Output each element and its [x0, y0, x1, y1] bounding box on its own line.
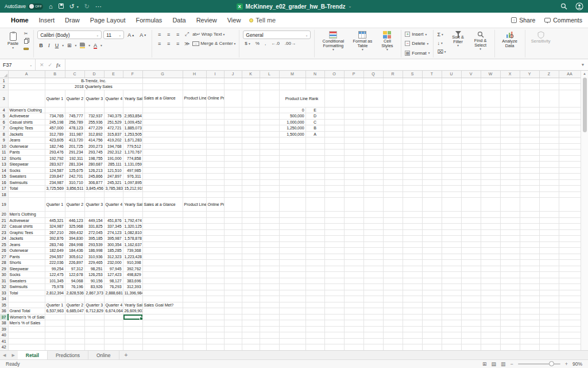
cell-B28[interactable]: 222,036	[45, 260, 65, 266]
cell-L14[interactable]	[260, 167, 279, 174]
sheet-nav-right-icon[interactable]: ▶	[9, 351, 17, 359]
cell-O37[interactable]	[324, 314, 344, 320]
cell-Z11[interactable]	[539, 150, 559, 156]
cell-S40[interactable]	[403, 332, 422, 339]
cell-K8[interactable]	[242, 131, 260, 137]
cell-S16[interactable]	[403, 179, 422, 186]
cell-K6[interactable]	[242, 119, 260, 125]
cell-V22[interactable]	[461, 224, 481, 230]
cell-T15[interactable]	[422, 174, 442, 180]
cell-P6[interactable]	[344, 119, 363, 125]
cell-styles-button[interactable]: Cell Styles▾	[377, 30, 397, 52]
cell-D40[interactable]	[84, 332, 104, 339]
cell-X31[interactable]	[500, 278, 520, 284]
row-header-2[interactable]: 2	[0, 84, 8, 90]
more-commands-icon[interactable]: ⋯	[95, 3, 102, 10]
format-cells-button[interactable]: ▦Format▾	[405, 49, 430, 57]
cell-N7[interactable]: B	[305, 125, 324, 132]
cell-Q29[interactable]	[363, 266, 383, 272]
cell-V29[interactable]	[461, 266, 481, 272]
cell-Q1[interactable]	[363, 78, 383, 84]
column-header-T[interactable]: T	[422, 71, 442, 78]
cell-O15[interactable]	[324, 174, 344, 180]
cell-L32[interactable]	[260, 284, 279, 290]
account-icon[interactable]	[575, 2, 583, 10]
cell-Z39[interactable]	[539, 326, 559, 332]
cell-I22[interactable]	[206, 224, 224, 230]
row-header-37[interactable]: 37	[0, 314, 8, 320]
cell-C31[interactable]: 94,068	[65, 278, 84, 284]
cell-O32[interactable]	[324, 284, 344, 290]
cell-K13[interactable]	[242, 162, 260, 168]
cell-N33[interactable]	[305, 290, 324, 296]
cell-T18[interactable]	[422, 191, 442, 198]
cell-P20[interactable]	[344, 212, 363, 218]
cell-F20[interactable]	[123, 212, 142, 218]
cell-X19[interactable]	[500, 198, 520, 212]
cell-R1[interactable]	[383, 78, 403, 84]
cell-J38[interactable]	[224, 320, 242, 327]
cell-V23[interactable]	[461, 229, 481, 236]
cell-F40[interactable]	[123, 332, 142, 339]
cell-S36[interactable]	[403, 308, 422, 315]
cell-T17[interactable]	[422, 186, 442, 192]
cell-D39[interactable]	[84, 326, 104, 332]
cell-Z3[interactable]	[539, 90, 559, 107]
cell-AA42[interactable]	[559, 344, 581, 351]
cell-L19[interactable]	[260, 198, 279, 212]
cell-Z10[interactable]	[539, 143, 559, 150]
cell-H5[interactable]	[183, 113, 206, 120]
cell-U2[interactable]	[442, 84, 461, 90]
cell-T39[interactable]	[422, 326, 442, 332]
cell-T26[interactable]	[422, 248, 442, 254]
cell-I34[interactable]	[206, 296, 224, 302]
cell-T19[interactable]	[422, 198, 442, 212]
cell-U1[interactable]	[442, 78, 461, 84]
cell-H21[interactable]	[183, 217, 206, 224]
align-top-icon[interactable]: ≡	[156, 32, 163, 37]
cell-Y11[interactable]	[520, 150, 539, 156]
cell-Y1[interactable]	[520, 78, 539, 84]
cell-U13[interactable]	[442, 162, 461, 168]
cell-X37[interactable]	[500, 314, 520, 320]
cell-Z42[interactable]	[539, 344, 559, 351]
cell-P25[interactable]	[344, 241, 363, 248]
cell-Z25[interactable]	[539, 241, 559, 248]
cell-Q26[interactable]	[363, 248, 383, 254]
cell-R33[interactable]	[383, 290, 403, 296]
cell-T11[interactable]	[422, 150, 442, 156]
cell-V2[interactable]	[461, 84, 481, 90]
font-size-select[interactable]: 11⌄	[103, 30, 124, 39]
cell-V3[interactable]	[461, 90, 481, 107]
cell-U18[interactable]	[442, 191, 461, 198]
cell-I19[interactable]: Online Product	[206, 198, 224, 212]
cell-S38[interactable]	[403, 320, 422, 327]
cell-O31[interactable]	[324, 278, 344, 284]
cell-H8[interactable]	[183, 131, 206, 137]
cell-M31[interactable]	[279, 278, 305, 284]
cell-R36[interactable]	[383, 308, 403, 315]
cell-F18[interactable]	[123, 191, 142, 198]
cell-C4[interactable]	[65, 107, 84, 113]
cell-K25[interactable]	[242, 241, 260, 248]
cell-H30[interactable]	[183, 272, 206, 278]
number-format-select[interactable]: General⌄	[243, 30, 311, 39]
cell-D29[interactable]: 98,251	[84, 266, 104, 272]
cell-H35[interactable]	[183, 302, 206, 308]
cell-R40[interactable]	[383, 332, 403, 339]
cell-I14[interactable]	[206, 167, 224, 174]
cell-E7[interactable]: 472,721	[104, 125, 123, 132]
cell-W37[interactable]	[481, 314, 500, 320]
cell-Q41[interactable]	[363, 338, 383, 344]
cell-S2[interactable]	[403, 84, 422, 90]
cell-W2[interactable]	[481, 84, 500, 90]
cell-H16[interactable]	[183, 179, 206, 186]
cell-K26[interactable]	[242, 248, 260, 254]
cell-Q38[interactable]	[363, 320, 383, 327]
cell-G13[interactable]	[142, 162, 183, 168]
cell-S29[interactable]	[403, 266, 422, 272]
cell-E8[interactable]: 315,837	[104, 131, 123, 137]
tab-formulas[interactable]: Formulas	[131, 14, 168, 26]
cell-D33[interactable]: 2,867,373	[84, 290, 104, 296]
cell-Q27[interactable]	[363, 254, 383, 260]
